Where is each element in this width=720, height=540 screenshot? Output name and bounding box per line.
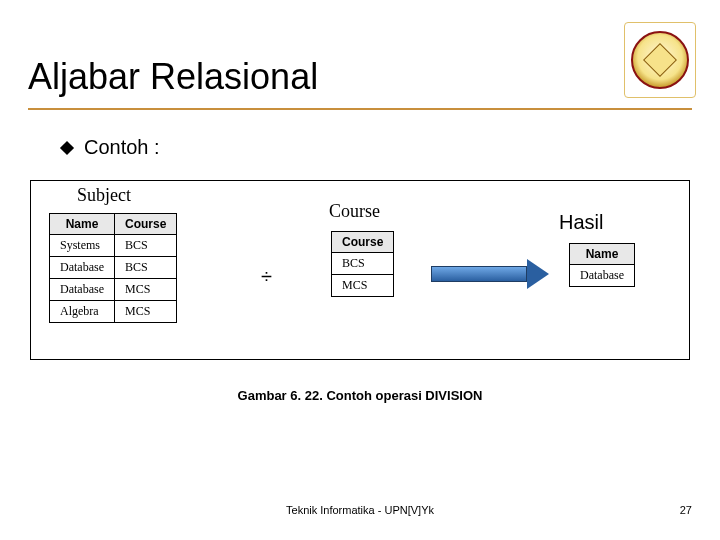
subject-label: Subject	[77, 185, 131, 206]
table-row: DatabaseMCS	[50, 279, 177, 301]
result-label: Hasil	[559, 211, 603, 234]
subject-header-course: Course	[114, 214, 176, 235]
course-table: Course BCS MCS	[331, 231, 394, 297]
figure-caption: Gambar 6. 22. Contoh operasi DIVISION	[0, 388, 720, 403]
division-operator: ÷	[261, 265, 272, 288]
arrow-right-icon	[431, 259, 551, 289]
title-underline	[28, 108, 692, 110]
subject-header-name: Name	[50, 214, 115, 235]
logo-seal-icon	[631, 31, 689, 89]
page-number: 27	[680, 504, 692, 516]
slide: Aljabar Relasional Contoh : Subject Cour…	[0, 0, 720, 540]
bullet-text: Contoh :	[84, 136, 160, 159]
course-label: Course	[329, 201, 380, 222]
footer-center: Teknik Informatika - UPN[V]Yk	[0, 504, 720, 516]
table-row: BCS	[332, 253, 394, 275]
slide-title: Aljabar Relasional	[28, 56, 318, 98]
table-row: MCS	[332, 275, 394, 297]
diagram-container: Subject Course Hasil Name Course Systems…	[30, 180, 690, 360]
table-row: SystemsBCS	[50, 235, 177, 257]
university-logo	[624, 22, 696, 98]
subject-table: Name Course SystemsBCS DatabaseBCS Datab…	[49, 213, 177, 323]
course-header: Course	[332, 232, 394, 253]
table-row: Database	[570, 265, 635, 287]
result-header: Name	[570, 244, 635, 265]
bullet-item: Contoh :	[62, 136, 160, 159]
table-row: AlgebraMCS	[50, 301, 177, 323]
result-table: Name Database	[569, 243, 635, 287]
table-row: DatabaseBCS	[50, 257, 177, 279]
bullet-diamond-icon	[60, 140, 74, 154]
